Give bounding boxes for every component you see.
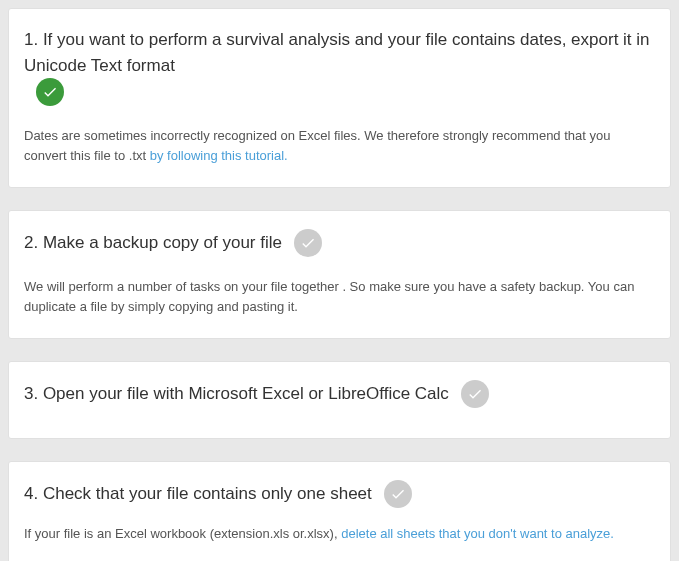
step-header: 4. Check that your file contains only on… — [24, 480, 655, 508]
step-body: Dates are sometimes incorrectly recogniz… — [24, 126, 655, 165]
step-card-2: 2. Make a backup copy of your file We wi… — [8, 210, 671, 339]
step-body: We will perform a number of tasks on you… — [24, 277, 655, 316]
step-header: 1. If you want to perform a survival ana… — [24, 27, 655, 106]
step-body: If your file is an Excel workbook (exten… — [24, 524, 655, 544]
step-title: 2. Make a backup copy of your file — [24, 230, 282, 256]
step-body-text: If your file is an Excel workbook (exten… — [24, 526, 341, 541]
step-title: 1. If you want to perform a survival ana… — [24, 27, 655, 78]
checkmark-icon — [36, 78, 64, 106]
checkmark-icon — [461, 380, 489, 408]
step-body-text: Dates are sometimes incorrectly recogniz… — [24, 128, 610, 163]
step-card-1: 1. If you want to perform a survival ana… — [8, 8, 671, 188]
step-title: 3. Open your file with Microsoft Excel o… — [24, 381, 449, 407]
step-card-4: 4. Check that your file contains only on… — [8, 461, 671, 561]
step-body-text: We will perform a number of tasks on you… — [24, 279, 634, 314]
checkmark-icon — [294, 229, 322, 257]
step-header: 3. Open your file with Microsoft Excel o… — [24, 380, 655, 408]
delete-sheets-link[interactable]: delete all sheets that you don't want to… — [341, 526, 614, 541]
step-header: 2. Make a backup copy of your file — [24, 229, 655, 257]
step-title: 4. Check that your file contains only on… — [24, 481, 372, 507]
checkmark-icon — [384, 480, 412, 508]
tutorial-link[interactable]: by following this tutorial. — [150, 148, 288, 163]
step-card-3: 3. Open your file with Microsoft Excel o… — [8, 361, 671, 439]
